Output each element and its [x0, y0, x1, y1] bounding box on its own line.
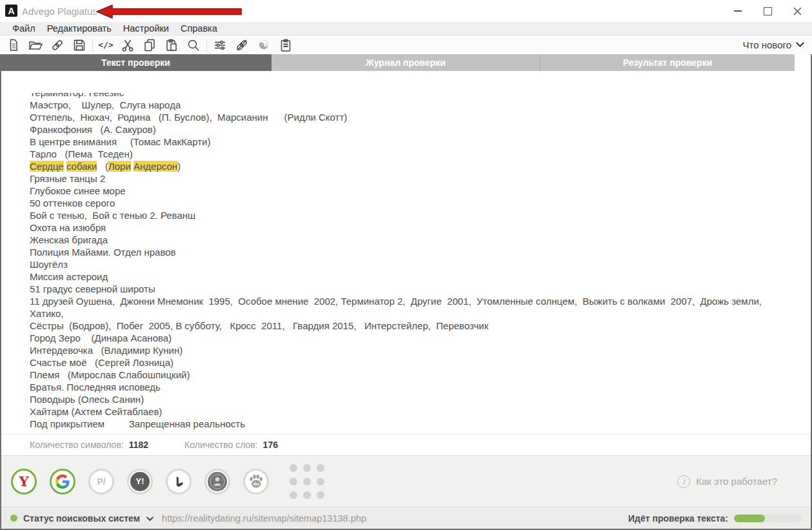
text-line: 11 друзей Оушена, Джонни Мнемоник 1995, … — [30, 295, 794, 320]
profile-coin-icon — [209, 473, 226, 490]
text-line: Тарло (Пема Тседен) — [30, 148, 794, 160]
p-slash-icon: P/ — [97, 476, 105, 487]
tab-check-log[interactable]: Журнал проверки — [272, 54, 540, 71]
text-line: Сердце собаки (Лори Андерсон) — [30, 160, 794, 172]
text-line: 51 градус северной широты — [30, 283, 794, 295]
report-clipboard-icon[interactable] — [275, 37, 297, 54]
chevron-down-icon[interactable] — [146, 513, 153, 520]
link-icon[interactable] — [46, 37, 68, 54]
text-line: Племя (Мирослав Слабошпицкий) — [30, 369, 794, 381]
baidu-paw-icon: du — [248, 473, 264, 490]
text-line: Франкофония (А. Сакуров) — [30, 123, 794, 136]
text-line: Сёстры (Бодров), Побег 2005, В субботу, … — [30, 320, 794, 332]
text-line: Хайтарм (Ахтем Сейтаблаев) — [30, 405, 794, 418]
text-line: Шоугёлз — [30, 258, 794, 270]
text-line: Грязные танцы 2 — [30, 172, 794, 185]
yandex-icon: Y — [19, 473, 29, 489]
bing-icon — [172, 475, 185, 488]
engine-google-button[interactable] — [50, 469, 75, 494]
how-it-works-label: Как это работает? — [696, 476, 777, 487]
text-line: Полиция Майами. Отдел нравов — [30, 246, 794, 258]
maximize-button[interactable] — [753, 0, 782, 22]
new-document-icon[interactable] — [3, 37, 25, 54]
google-icon — [55, 474, 70, 489]
text-content: Терминатор: ГенезисМаэстро, Шулер, Слуга… — [1, 93, 811, 430]
status-bar: Статус поисковых систем https://realityd… — [1, 507, 811, 529]
info-icon: i — [677, 475, 690, 488]
text-line: Оттепель, Нюхач, Родина (П. Буслов), Мар… — [30, 111, 794, 123]
engine-profile-coin-button[interactable] — [204, 469, 230, 494]
tab-check-result[interactable]: Результат проверки — [540, 54, 795, 71]
yinyang-icon[interactable]: ☯ — [253, 37, 275, 54]
app-logo-icon: A — [5, 5, 17, 17]
engine-yahoo-button[interactable]: Y! — [127, 469, 153, 494]
menu-edit[interactable]: Редактировать — [41, 23, 117, 34]
progress-label: Идёт проверка текста: — [628, 513, 728, 524]
text-line: Терминатор: Генезис — [30, 93, 794, 99]
more-engines-grid-icon[interactable] — [290, 464, 324, 499]
how-it-works-link[interactable]: i Как это работает? — [677, 475, 777, 488]
title-bar: A Advego Plagiatus 3.0.13 — [0, 0, 812, 22]
progress-area: Идёт проверка текста: — [628, 513, 802, 524]
text-line: Счастье моё (Сергей Лозница) — [30, 356, 794, 369]
toolbar-separator — [206, 39, 207, 52]
engine-bing-button[interactable] — [166, 469, 192, 494]
engine-yandex-button[interactable]: Y — [11, 469, 37, 494]
text-line: 50 оттенков серого — [30, 197, 794, 209]
status-green-dot-icon — [10, 515, 17, 522]
paste-icon[interactable] — [161, 37, 183, 54]
text-line: Братья. Последняя исповедь — [30, 381, 794, 393]
app-window: A Advego Plagiatus 3.0.13 Файл Редактиро… — [0, 0, 812, 530]
whats-new-button[interactable]: Что нового — [743, 39, 803, 50]
words-count-value: 176 — [263, 440, 278, 450]
copy-icon[interactable] — [139, 37, 161, 54]
menu-bar: Файл Редактировать Настройки Справка — [0, 22, 812, 36]
chevron-down-icon — [796, 39, 804, 47]
svg-text:du: du — [253, 481, 260, 487]
text-line: Маэстро, Шулер, Слуга народа — [30, 99, 794, 111]
code-icon[interactable]: </> — [95, 37, 117, 54]
text-line: Охота на изюбря — [30, 221, 794, 234]
chars-count-label: Количество символов: — [30, 440, 124, 450]
words-count-label: Количество слов: — [184, 440, 258, 450]
counters-row: Количество символов: 1182 Количество сло… — [1, 434, 811, 455]
unlink-icon[interactable] — [231, 37, 253, 54]
text-line: Женская бригада — [30, 234, 794, 246]
open-file-icon[interactable] — [25, 37, 46, 54]
search-icon[interactable] — [183, 37, 204, 54]
tab-filler — [795, 54, 812, 71]
menu-settings[interactable]: Настройки — [117, 23, 175, 34]
menu-help[interactable]: Справка — [175, 23, 223, 34]
toolbar: </> ☯ Что нового — [0, 36, 812, 54]
toolbar-separator — [92, 39, 93, 52]
text-line: Поводырь (Олесь Санин) — [30, 393, 794, 405]
checked-url: https://realitydating.ru/sitemap/sitemap… — [162, 513, 366, 524]
text-line: Бой с тенью, Бой с тенью 2. Реванш — [30, 209, 794, 221]
engine-p-button[interactable]: P/ — [88, 469, 114, 494]
whats-new-label: Что нового — [743, 39, 791, 50]
search-engines-status-label[interactable]: Статус поисковых систем — [23, 513, 140, 524]
red-arrow-annotation — [92, 3, 246, 20]
tab-bar: Текст проверки Журнал проверки Результат… — [0, 54, 812, 71]
yahoo-icon: Y! — [130, 472, 150, 491]
search-engines-panel: Y P/ Y! — [1, 455, 811, 507]
text-line: Миссия астероид — [30, 270, 794, 283]
progress-bar — [734, 515, 802, 522]
chars-count-value: 1182 — [129, 440, 148, 450]
text-viewport: Терминатор: ГенезисМаэстро, Шулер, Слуга… — [1, 93, 811, 434]
cut-icon[interactable] — [117, 37, 139, 54]
text-line: Город Зеро (Динара Асанова) — [30, 332, 794, 344]
text-line: Глубокое синее море — [30, 185, 794, 197]
check-text-editor[interactable]: Терминатор: ГенезисМаэстро, Шулер, Слуга… — [1, 71, 811, 434]
minimize-button[interactable] — [723, 0, 753, 22]
close-button[interactable] — [782, 0, 812, 22]
tab-check-text[interactable]: Текст проверки — [0, 54, 272, 71]
filters-icon[interactable] — [209, 37, 231, 54]
progress-fill — [734, 515, 765, 522]
menu-file[interactable]: Файл — [6, 23, 41, 34]
text-line: Интердевочка (Владимир Кунин) — [30, 344, 794, 356]
engine-baidu-button[interactable]: du — [243, 469, 269, 494]
window-controls — [723, 0, 812, 22]
save-icon[interactable] — [68, 37, 90, 54]
text-line: В центре внимания (Томас МакКарти) — [30, 136, 794, 148]
